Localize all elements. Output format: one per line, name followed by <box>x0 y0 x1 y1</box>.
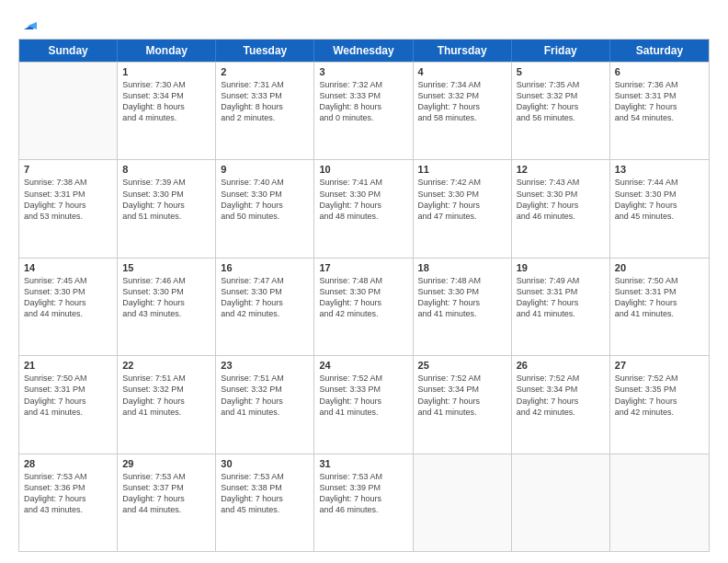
cell-info-line: and 43 minutes. <box>122 308 210 319</box>
cell-info-line: Daylight: 7 hours <box>418 396 506 407</box>
cell-info-line: Daylight: 7 hours <box>418 200 506 211</box>
calendar-row-1: 1Sunrise: 7:30 AMSunset: 3:34 PMDaylight… <box>19 62 709 159</box>
header <box>18 15 710 31</box>
cell-info-line: Daylight: 7 hours <box>319 396 407 407</box>
cell-info-line: Sunset: 3:30 PM <box>221 189 309 200</box>
day-number: 10 <box>319 164 407 175</box>
cell-info-line: Sunrise: 7:42 AM <box>418 177 506 188</box>
calendar-header: SundayMondayTuesdayWednesdayThursdayFrid… <box>19 40 709 62</box>
cell-info-line: Sunrise: 7:53 AM <box>221 471 309 482</box>
cell-info-line: and 44 minutes. <box>122 504 210 515</box>
cell-info-line: Sunset: 3:34 PM <box>418 384 506 395</box>
cell-info-line: and 46 minutes. <box>319 504 407 515</box>
cell-info-line: Daylight: 7 hours <box>24 493 112 504</box>
day-number: 11 <box>418 164 506 175</box>
cell-info-line: Sunset: 3:32 PM <box>221 384 309 395</box>
day-number: 15 <box>122 262 210 273</box>
cell-info-line: Sunset: 3:32 PM <box>517 90 605 101</box>
cell-info-line: Daylight: 7 hours <box>615 101 704 112</box>
cell-info-line: and 41 minutes. <box>221 407 309 418</box>
calendar-cell <box>19 63 118 159</box>
day-number: 27 <box>615 360 704 371</box>
day-number: 28 <box>24 458 112 469</box>
cell-info-line: Daylight: 7 hours <box>615 396 704 407</box>
cell-info-line: and 54 minutes. <box>615 112 704 123</box>
day-number: 21 <box>24 360 112 371</box>
calendar-cell: 26Sunrise: 7:52 AMSunset: 3:34 PMDayligh… <box>512 356 610 453</box>
day-number: 29 <box>122 458 210 469</box>
cell-info-line: Sunrise: 7:52 AM <box>517 373 605 384</box>
day-number: 26 <box>517 360 605 371</box>
cell-info-line: Sunrise: 7:53 AM <box>24 471 112 482</box>
cell-info-line: and 47 minutes. <box>418 211 506 222</box>
cell-info-line: Sunrise: 7:43 AM <box>517 177 605 188</box>
calendar-cell: 28Sunrise: 7:53 AMSunset: 3:36 PMDayligh… <box>19 454 118 551</box>
header-day-saturday: Saturday <box>610 40 709 62</box>
calendar-cell: 6Sunrise: 7:36 AMSunset: 3:31 PMDaylight… <box>610 63 709 159</box>
cell-info-line: Daylight: 7 hours <box>24 396 112 407</box>
cell-info-line: Sunrise: 7:41 AM <box>319 177 407 188</box>
cell-info-line: Sunrise: 7:31 AM <box>221 79 309 90</box>
cell-info-line: Daylight: 7 hours <box>122 297 210 308</box>
calendar-cell: 13Sunrise: 7:44 AMSunset: 3:30 PMDayligh… <box>610 160 709 257</box>
calendar-body: 1Sunrise: 7:30 AMSunset: 3:34 PMDaylight… <box>19 62 709 551</box>
cell-info-line: Daylight: 8 hours <box>221 101 309 112</box>
day-number: 7 <box>24 164 112 175</box>
calendar-cell: 23Sunrise: 7:51 AMSunset: 3:32 PMDayligh… <box>216 356 314 453</box>
cell-info-line: Sunset: 3:36 PM <box>24 482 112 493</box>
cell-info-line: Daylight: 7 hours <box>24 297 112 308</box>
cell-info-line: Daylight: 7 hours <box>221 297 309 308</box>
cell-info-line: Daylight: 7 hours <box>24 200 112 211</box>
header-day-monday: Monday <box>118 40 216 62</box>
calendar-cell: 31Sunrise: 7:53 AMSunset: 3:39 PMDayligh… <box>314 454 413 551</box>
calendar-cell: 1Sunrise: 7:30 AMSunset: 3:34 PMDaylight… <box>118 63 216 159</box>
cell-info-line: Sunset: 3:30 PM <box>319 189 407 200</box>
cell-info-line: Daylight: 7 hours <box>517 200 605 211</box>
cell-info-line: Sunrise: 7:49 AM <box>517 275 605 286</box>
cell-info-line: Daylight: 7 hours <box>517 101 605 112</box>
calendar-cell: 10Sunrise: 7:41 AMSunset: 3:30 PMDayligh… <box>314 160 413 257</box>
cell-info-line: Sunrise: 7:35 AM <box>517 79 605 90</box>
cell-info-line: Sunrise: 7:50 AM <box>615 275 704 286</box>
cell-info-line: Daylight: 7 hours <box>122 200 210 211</box>
cell-info-line: Sunset: 3:30 PM <box>122 189 210 200</box>
cell-info-line: and 58 minutes. <box>418 112 506 123</box>
day-number: 1 <box>122 66 210 77</box>
cell-info-line: Sunrise: 7:51 AM <box>122 373 210 384</box>
cell-info-line: Daylight: 7 hours <box>517 396 605 407</box>
calendar-cell <box>414 454 512 551</box>
cell-info-line: Sunrise: 7:50 AM <box>24 373 112 384</box>
cell-info-line: Sunrise: 7:34 AM <box>418 79 506 90</box>
cell-info-line: Sunrise: 7:48 AM <box>418 275 506 286</box>
cell-info-line: Sunrise: 7:53 AM <box>122 471 210 482</box>
cell-info-line: Daylight: 7 hours <box>319 493 407 504</box>
day-number: 8 <box>122 164 210 175</box>
calendar-cell: 4Sunrise: 7:34 AMSunset: 3:32 PMDaylight… <box>414 63 512 159</box>
cell-info-line: Daylight: 8 hours <box>122 101 210 112</box>
day-number: 2 <box>221 66 309 77</box>
cell-info-line: Daylight: 7 hours <box>418 101 506 112</box>
cell-info-line: Sunset: 3:35 PM <box>615 384 704 395</box>
cell-info-line: Sunrise: 7:36 AM <box>615 79 704 90</box>
calendar-cell: 5Sunrise: 7:35 AMSunset: 3:32 PMDaylight… <box>512 63 610 159</box>
cell-info-line: and 45 minutes. <box>221 504 309 515</box>
header-day-tuesday: Tuesday <box>216 40 314 62</box>
cell-info-line: Daylight: 8 hours <box>319 101 407 112</box>
cell-info-line: and 56 minutes. <box>517 112 605 123</box>
calendar-cell: 22Sunrise: 7:51 AMSunset: 3:32 PMDayligh… <box>118 356 216 453</box>
calendar-cell: 3Sunrise: 7:32 AMSunset: 3:33 PMDaylight… <box>314 63 413 159</box>
cell-info-line: and 50 minutes. <box>221 211 309 222</box>
cell-info-line: Sunset: 3:31 PM <box>517 286 605 297</box>
cell-info-line: Sunset: 3:31 PM <box>24 189 112 200</box>
calendar-row-2: 7Sunrise: 7:38 AMSunset: 3:31 PMDaylight… <box>19 159 709 257</box>
day-number: 14 <box>24 262 112 273</box>
calendar-cell: 25Sunrise: 7:52 AMSunset: 3:34 PMDayligh… <box>414 356 512 453</box>
header-day-friday: Friday <box>512 40 610 62</box>
cell-info-line: Sunrise: 7:44 AM <box>615 177 704 188</box>
cell-info-line: Daylight: 7 hours <box>517 297 605 308</box>
calendar-cell: 14Sunrise: 7:45 AMSunset: 3:30 PMDayligh… <box>19 259 118 355</box>
cell-info-line: and 42 minutes. <box>319 308 407 319</box>
cell-info-line: and 51 minutes. <box>122 211 210 222</box>
cell-info-line: Sunset: 3:34 PM <box>517 384 605 395</box>
cell-info-line: Daylight: 7 hours <box>418 297 506 308</box>
